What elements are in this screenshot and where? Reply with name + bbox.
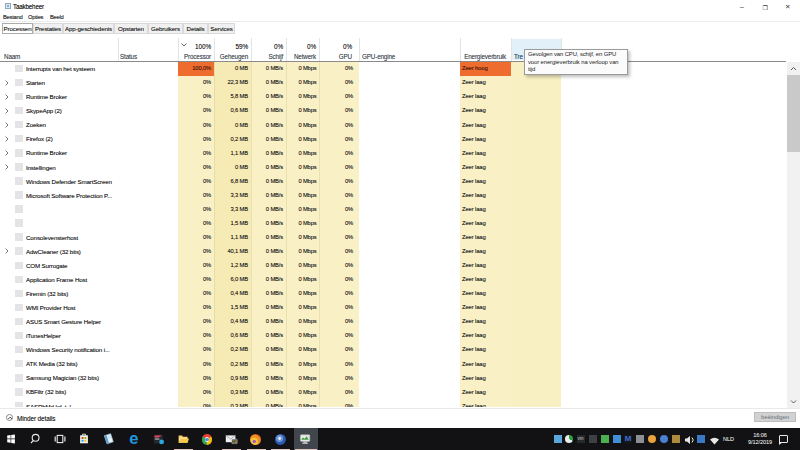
svg-text:24: 24	[233, 439, 238, 444]
